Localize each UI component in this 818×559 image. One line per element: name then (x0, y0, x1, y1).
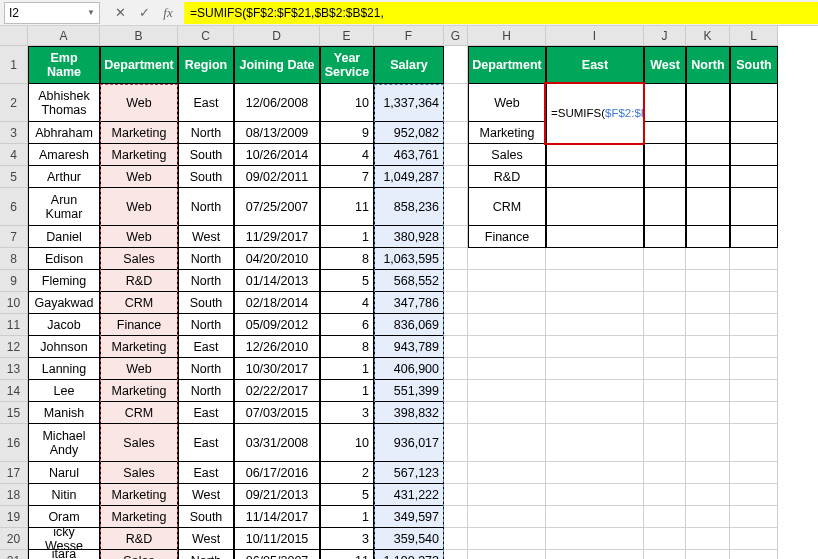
cell-I9[interactable] (546, 270, 644, 292)
cell-G17[interactable] (444, 462, 468, 484)
cell-G10[interactable] (444, 292, 468, 314)
cell-G1[interactable] (444, 46, 468, 84)
col-header-J[interactable]: J (644, 26, 686, 46)
enter-icon[interactable]: ✓ (136, 5, 152, 20)
cell-B15[interactable]: CRM (100, 402, 178, 424)
row-header-1[interactable]: 1 (0, 46, 28, 84)
cell-E10[interactable]: 4 (320, 292, 374, 314)
cell-E12[interactable]: 8 (320, 336, 374, 358)
cell-C14[interactable]: North (178, 380, 234, 402)
cell-D13[interactable]: 10/30/2017 (234, 358, 320, 380)
cell-C20[interactable]: West (178, 528, 234, 550)
cell-A20[interactable]: icky Wesse (28, 528, 100, 550)
cell-D7[interactable]: 11/29/2017 (234, 226, 320, 248)
cell-F20[interactable]: 359,540 (374, 528, 444, 550)
cancel-icon[interactable]: ✕ (112, 5, 128, 20)
cell-F9[interactable]: 568,552 (374, 270, 444, 292)
col-header-H[interactable]: H (468, 26, 546, 46)
cell-D21[interactable]: 06/05/2007 (234, 550, 320, 559)
cell-H7[interactable]: Finance (468, 226, 546, 248)
cell-J3[interactable] (644, 122, 686, 144)
cell-I14[interactable] (546, 380, 644, 402)
cell-G16[interactable] (444, 424, 468, 462)
cell-C2[interactable]: East (178, 84, 234, 122)
cell-C10[interactable]: South (178, 292, 234, 314)
cell-E16[interactable]: 10 (320, 424, 374, 462)
header-D[interactable]: Joining Date (234, 46, 320, 84)
cell-J2[interactable] (644, 84, 686, 122)
cell-B5[interactable]: Web (100, 166, 178, 188)
cell-A12[interactable]: Johnson (28, 336, 100, 358)
row-header-6[interactable]: 6 (0, 188, 28, 226)
header-right-L[interactable]: South (730, 46, 778, 84)
cell-F6[interactable]: 858,236 (374, 188, 444, 226)
cell-L20[interactable] (730, 528, 778, 550)
row-header-2[interactable]: 2 (0, 84, 28, 122)
header-A[interactable]: Emp Name (28, 46, 100, 84)
cell-L18[interactable] (730, 484, 778, 506)
cell-K3[interactable] (686, 122, 730, 144)
cell-F3[interactable]: 952,082 (374, 122, 444, 144)
cell-J14[interactable] (644, 380, 686, 402)
cell-B18[interactable]: Marketing (100, 484, 178, 506)
cell-H16[interactable] (468, 424, 546, 462)
cell-E21[interactable]: 11 (320, 550, 374, 559)
col-header-E[interactable]: E (320, 26, 374, 46)
cell-K18[interactable] (686, 484, 730, 506)
cell-K13[interactable] (686, 358, 730, 380)
cell-K15[interactable] (686, 402, 730, 424)
cell-K20[interactable] (686, 528, 730, 550)
cell-I7[interactable] (546, 226, 644, 248)
row-header-21[interactable]: 21 (0, 550, 28, 559)
cell-C5[interactable]: South (178, 166, 234, 188)
cell-H21[interactable] (468, 550, 546, 559)
cell-E14[interactable]: 1 (320, 380, 374, 402)
cell-F8[interactable]: 1,063,595 (374, 248, 444, 270)
cell-F2[interactable]: 1,337,364 (374, 84, 444, 122)
cell-L5[interactable] (730, 166, 778, 188)
cell-G15[interactable] (444, 402, 468, 424)
cell-B8[interactable]: Sales (100, 248, 178, 270)
cell-L9[interactable] (730, 270, 778, 292)
row-header-14[interactable]: 14 (0, 380, 28, 402)
cell-K4[interactable] (686, 144, 730, 166)
cell-A14[interactable]: Lee (28, 380, 100, 402)
cell-F19[interactable]: 349,597 (374, 506, 444, 528)
cell-J6[interactable] (644, 188, 686, 226)
cell-B4[interactable]: Marketing (100, 144, 178, 166)
cell-F10[interactable]: 347,786 (374, 292, 444, 314)
cell-I2[interactable]: =SUMIFS($F$2:$F$21,$B$2:$B$21, (546, 84, 644, 144)
cell-H2[interactable]: Web (468, 84, 546, 122)
header-right-I[interactable]: East (546, 46, 644, 84)
cell-E7[interactable]: 1 (320, 226, 374, 248)
cell-J16[interactable] (644, 424, 686, 462)
cell-A17[interactable]: Narul (28, 462, 100, 484)
row-header-16[interactable]: 16 (0, 424, 28, 462)
cell-I19[interactable] (546, 506, 644, 528)
cell-K8[interactable] (686, 248, 730, 270)
cell-C19[interactable]: South (178, 506, 234, 528)
cell-C18[interactable]: West (178, 484, 234, 506)
cell-L11[interactable] (730, 314, 778, 336)
cell-H14[interactable] (468, 380, 546, 402)
cell-J21[interactable] (644, 550, 686, 559)
cell-D12[interactable]: 12/26/2010 (234, 336, 320, 358)
cell-K7[interactable] (686, 226, 730, 248)
cell-B13[interactable]: Web (100, 358, 178, 380)
cell-F18[interactable]: 431,222 (374, 484, 444, 506)
cell-I5[interactable] (546, 166, 644, 188)
cell-K6[interactable] (686, 188, 730, 226)
cell-G9[interactable] (444, 270, 468, 292)
cell-B2[interactable]: Web (100, 84, 178, 122)
cell-A11[interactable]: Jacob (28, 314, 100, 336)
cell-H6[interactable]: CRM (468, 188, 546, 226)
cell-B7[interactable]: Web (100, 226, 178, 248)
cell-D16[interactable]: 03/31/2008 (234, 424, 320, 462)
cell-C3[interactable]: North (178, 122, 234, 144)
cell-B20[interactable]: R&D (100, 528, 178, 550)
row-header-19[interactable]: 19 (0, 506, 28, 528)
cell-K2[interactable] (686, 84, 730, 122)
cell-D3[interactable]: 08/13/2009 (234, 122, 320, 144)
cell-E13[interactable]: 1 (320, 358, 374, 380)
cell-L19[interactable] (730, 506, 778, 528)
